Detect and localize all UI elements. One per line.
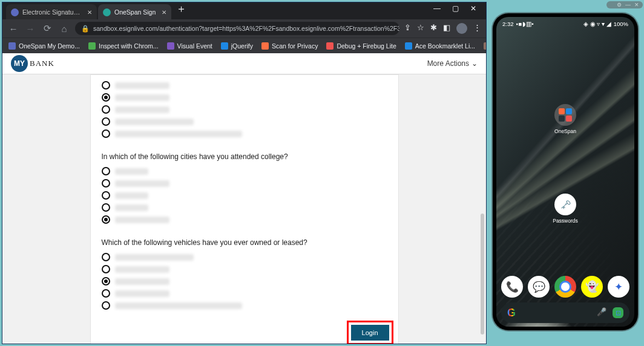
bookmark-item[interactable]: Inspect with Chrom... [88, 42, 159, 50]
phone-app[interactable]: 📞 [501, 276, 523, 298]
share-icon[interactable]: ⇪ [404, 23, 411, 34]
radio-option[interactable] [102, 191, 387, 200]
phone-home-screen[interactable]: 2:32 ▪ ■ ◗ ▥ • ◈ ◉ ▿ ▾ ◢ 100% OneSpan 🗝️… [496, 17, 634, 327]
blurred-option-text [115, 106, 169, 113]
radio-icon [102, 265, 110, 273]
radio-option[interactable] [102, 129, 387, 138]
question-text: In which of the following cities have yo… [102, 152, 387, 161]
radio-option[interactable] [102, 203, 387, 212]
menu-icon[interactable]: ⋮ [473, 23, 481, 34]
tab-favicon [103, 8, 111, 16]
more-apps[interactable]: ✦ [608, 276, 629, 298]
radio-option[interactable] [102, 301, 387, 310]
radio-option[interactable] [102, 289, 387, 298]
window-maximize[interactable]: ▢ [446, 2, 464, 15]
login-button[interactable]: Login [351, 325, 389, 341]
url-input[interactable]: 🔒 sandbox.esignlive.com/authentication?t… [75, 22, 399, 35]
snapchat-app[interactable] [581, 276, 603, 298]
window-close[interactable]: ✕ [464, 2, 482, 15]
home-button[interactable]: ⌂ [58, 24, 70, 34]
radio-option[interactable] [102, 105, 387, 114]
radio-icon [102, 167, 110, 175]
radio-option[interactable] [102, 253, 387, 261]
logo-my: MY [11, 55, 28, 72]
bookmark-item[interactable]: jQuerify [221, 42, 253, 50]
tab-onespan[interactable]: OneSpan Sign ✕ [98, 4, 171, 19]
radio-option[interactable] [102, 277, 387, 286]
url-text: sandbox.esignlive.com/authentication?tar… [93, 25, 399, 32]
battery-label: 100% [614, 21, 628, 27]
mic-icon[interactable]: 🎤 [597, 307, 606, 318]
scrollbar-thumb[interactable] [481, 214, 484, 335]
profile-avatar[interactable] [456, 23, 467, 34]
radio-icon [102, 203, 110, 212]
blurred-option-text [115, 204, 148, 211]
tab-title: Electronic Signature, Cloud Auth [22, 8, 81, 16]
blurred-option-text [115, 192, 148, 199]
star-icon[interactable]: ☆ [417, 23, 424, 34]
bookmark-favicon [405, 42, 412, 50]
logo-bank: BANK [30, 59, 54, 68]
radio-icon [102, 81, 110, 90]
new-tab-button[interactable]: ＋ [176, 2, 186, 16]
extensions-icon[interactable]: ✱ [430, 23, 437, 34]
address-bar: ← → ⟳ ⌂ 🔒 sandbox.esignlive.com/authenti… [2, 19, 486, 38]
bookmark-favicon [8, 42, 16, 50]
document-viewport[interactable]: In which of the following cities have yo… [2, 74, 486, 344]
blurred-option-text [115, 82, 169, 89]
bookmark-item[interactable]: Time Converter - C... [484, 42, 487, 50]
window-minimize[interactable]: — [428, 2, 446, 15]
toolbar-actions: ⇪ ☆ ✱ ◧ ⋮ [404, 23, 481, 34]
bookmark-item[interactable]: Ace Bookmarklet Li... [405, 42, 475, 50]
tab-strip: Electronic Signature, Cloud Auth ✕ OneSp… [2, 2, 486, 19]
back-button[interactable]: ← [7, 24, 19, 34]
blurred-option-text [115, 302, 242, 309]
radio-icon [102, 301, 110, 310]
google-search-bar[interactable]: G 🎤 ⊡ [501, 302, 629, 323]
close-icon[interactable]: ✕ [634, 2, 639, 8]
app-icon [559, 108, 565, 114]
bookmark-item[interactable]: OneSpan My Demo... [8, 42, 80, 50]
bookmark-item[interactable]: Debug + Firebug Lite [326, 42, 396, 50]
window-controls: — ▢ ✕ [428, 2, 482, 15]
close-icon[interactable]: ✕ [87, 9, 92, 16]
bookmark-item[interactable]: Visual Event [167, 42, 212, 50]
bookmark-item[interactable]: Scan for Privacy [261, 42, 318, 50]
lock-icon: 🔒 [81, 25, 90, 33]
chrome-app[interactable] [554, 276, 576, 298]
phone-frame: 2:32 ▪ ■ ◗ ▥ • ◈ ◉ ▿ ▾ ◢ 100% OneSpan 🗝️… [493, 13, 638, 330]
bookmark-label: Debug + Firebug Lite [337, 42, 396, 50]
radio-icon [102, 277, 110, 286]
radio-option[interactable] [102, 81, 387, 90]
blurred-option-text [115, 119, 194, 125]
forward-button[interactable]: → [24, 24, 36, 34]
minimize-icon[interactable]: — [625, 2, 631, 8]
close-icon[interactable]: ✕ [162, 9, 166, 16]
radio-option[interactable] [102, 167, 387, 175]
app-icon [566, 108, 572, 114]
radio-icon [102, 179, 110, 188]
radio-option[interactable] [102, 117, 387, 126]
app-folder-onespan[interactable] [554, 104, 576, 126]
radio-icon [102, 93, 110, 102]
tab-esign[interactable]: Electronic Signature, Cloud Auth ✕ [6, 4, 97, 19]
radio-option[interactable] [102, 265, 387, 273]
messages-app[interactable]: 💬 [528, 276, 550, 298]
radio-option[interactable] [102, 179, 387, 188]
gear-icon[interactable]: ⚙ [617, 2, 622, 8]
radio-option[interactable] [102, 215, 387, 224]
puzzle-icon[interactable]: ◧ [443, 23, 450, 34]
bookmark-label: Inspect with Chrom... [99, 42, 159, 50]
google-logo-icon: G [507, 307, 516, 319]
radio-icon [102, 289, 110, 298]
app-passwords[interactable]: 🗝️ [554, 194, 576, 215]
recorder-controls: ⚙ — ✕ [606, 1, 643, 8]
more-actions-button[interactable]: More Actions ⌄ [427, 59, 478, 68]
lens-icon[interactable]: ⊡ [613, 307, 623, 318]
more-actions-label: More Actions [427, 59, 469, 68]
bookmark-favicon [221, 42, 228, 50]
radio-option[interactable] [102, 93, 387, 102]
blurred-option-text [115, 168, 148, 175]
blurred-option-text [115, 217, 169, 223]
reload-button[interactable]: ⟳ [41, 23, 53, 34]
